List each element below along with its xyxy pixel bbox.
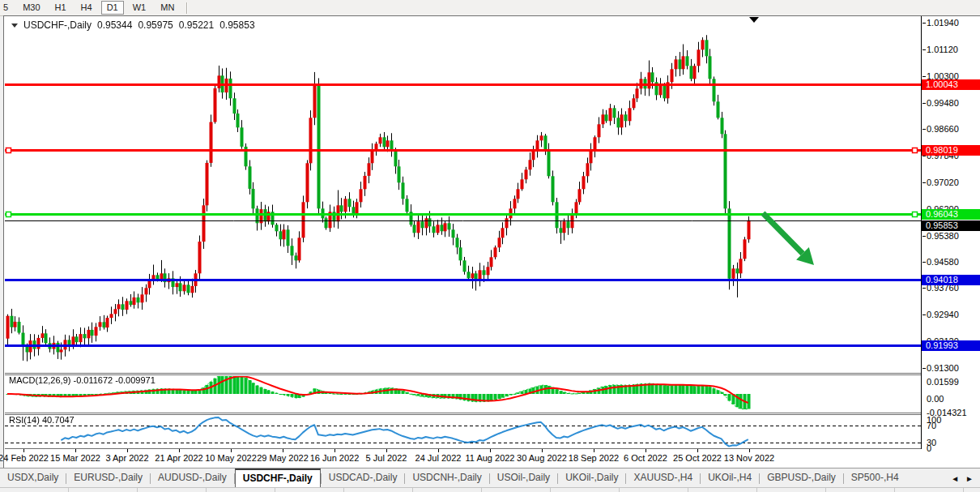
- price-axis-tick-mark: [922, 182, 926, 183]
- price-axis-tick-mark: [922, 129, 926, 130]
- price-axis-tick-label: 0.97020: [927, 178, 959, 187]
- price-axis-tick-mark: [922, 23, 926, 24]
- price-line-badge: 0.96043: [922, 209, 980, 220]
- price-axis-tick-mark: [922, 49, 926, 50]
- time-axis-tick-mark: [334, 449, 335, 452]
- chart-symbol-label: USDCHF-,Daily: [23, 19, 92, 31]
- ohlc-high: 0.95975: [138, 19, 173, 31]
- price-axis-tick-mark: [922, 103, 926, 104]
- toolbar-separator: [186, 2, 188, 14]
- time-axis-tick-mark: [490, 449, 491, 452]
- tab-ukoil-daily[interactable]: UKOil-,Daily: [558, 468, 625, 488]
- time-axis-label: 29 May 2022: [257, 453, 309, 463]
- tab-usdcad-daily[interactable]: USDCAD-,Daily: [322, 468, 405, 488]
- tab-gbpusd-daily[interactable]: GBPUSD-,Daily: [760, 468, 843, 488]
- mt4-window: 5 M30 H1 H4 D1 W1 MN USDCHF-,Daily 0.953…: [0, 0, 980, 492]
- time-axis-label: 18 Sep 2022: [569, 453, 619, 463]
- rsi-indicator-label: RSI(14) 40.7047: [9, 415, 75, 425]
- tab-usoil-daily[interactable]: USOil-,Daily: [490, 468, 557, 488]
- time-axis-label: 11 Aug 2022: [466, 453, 515, 463]
- ohlc-open: 0.95344: [97, 19, 132, 31]
- time-axis-label: 25 Oct 2022: [673, 453, 722, 463]
- time-axis-label: 16 Jun 2022: [310, 453, 360, 463]
- tab-scroll-buttons: ◄►: [944, 468, 980, 488]
- time-axis-tick-mark: [127, 449, 128, 452]
- time-axis-tick-mark: [749, 449, 750, 452]
- time-axis-tick-mark: [75, 449, 76, 452]
- chart-shift-marker[interactable]: [749, 17, 759, 23]
- price-line-badge: 1.00043: [922, 79, 980, 90]
- time-axis-label: 5 Jul 2022: [366, 453, 407, 463]
- price-axis-tick-label: 0.99480: [927, 98, 959, 108]
- price-axis-tick-mark: [922, 236, 926, 237]
- price-axis-tick-mark: [922, 262, 926, 263]
- rsi-axis-tick-label: 0: [927, 443, 931, 453]
- price-line-badge: 0.91993: [922, 340, 980, 351]
- price-axis-tick-label: 1.01940: [927, 18, 959, 28]
- tab-sp500-h4[interactable]: SP500-,H4: [844, 468, 906, 488]
- time-axis-label: 15 Mar 2022: [50, 453, 100, 463]
- time-axis-label: 13 Nov 2022: [724, 453, 774, 463]
- time-axis-label: 3 Apr 2022: [105, 453, 148, 463]
- price-line-badge: 0.94018: [922, 275, 980, 285]
- time-axis-tick-mark: [697, 449, 698, 452]
- price-axis-tick-label: 1.01120: [927, 45, 958, 54]
- time-axis-tick-mark: [542, 449, 543, 452]
- macd-indicator-label: MACD(12,26,9) -0.011672 -0.009971: [9, 375, 156, 385]
- timeframe-button-h4[interactable]: H4: [75, 1, 98, 15]
- timeframe-button-h1[interactable]: H1: [49, 1, 72, 15]
- price-axis-tick-label: 0.95380: [927, 231, 959, 241]
- ohlc-low: 0.95221: [179, 19, 214, 31]
- macd-axis-tick-label: 0.00: [927, 394, 944, 404]
- timeframe-button-m5[interactable]: 5: [2, 1, 14, 15]
- symbol-dropdown-icon[interactable]: [11, 24, 18, 28]
- status-strip: [0, 487, 980, 492]
- time-axis-tick-mark: [179, 449, 180, 452]
- rsi-axis-tick-label: 70: [927, 421, 936, 430]
- tab-eurusd-daily[interactable]: EURUSD-,Daily: [66, 468, 150, 488]
- ohlc-close: 0.95853: [219, 19, 254, 31]
- tab-scroll-left-icon[interactable]: ◄: [951, 474, 959, 483]
- tab-usdchf-daily[interactable]: USDCHF-,Daily: [235, 468, 321, 488]
- time-axis-tick-mark: [283, 449, 283, 452]
- price-line-badge: 0.98019: [922, 145, 980, 156]
- time-axis-tick-mark: [386, 449, 387, 452]
- time-axis-tick-mark: [438, 449, 439, 452]
- time-axis-label: 24 Feb 2022: [0, 453, 49, 463]
- price-axis-tick-mark: [922, 76, 926, 77]
- price-axis-tick-mark: [922, 156, 926, 156]
- current-price-badge: 0.95853: [922, 220, 980, 231]
- price-axis-tick-mark: [922, 368, 926, 369]
- timeframe-button-w1[interactable]: W1: [127, 1, 152, 15]
- time-axis-label: 24 Jul 2022: [415, 453, 462, 463]
- tab-usdx-daily[interactable]: USDX,Daily: [0, 468, 66, 488]
- tab-xauusd-h4[interactable]: XAUUSD-,H4: [626, 468, 700, 488]
- time-axis-label: 10 May 2022: [205, 453, 257, 463]
- macd-axis-tick-label: 0.01599: [927, 377, 959, 387]
- chart-title: USDCHF-,Daily 0.95344 0.95975 0.95221 0.…: [11, 19, 255, 31]
- time-axis-tick-mark: [646, 449, 646, 452]
- price-axis-tick-label: 0.94580: [927, 257, 959, 267]
- price-axis-tick-label: 0.92940: [927, 310, 959, 319]
- timeframe-button-m30[interactable]: M30: [17, 1, 45, 15]
- timeframe-toolbar: 5 M30 H1 H4 D1 W1 MN: [0, 0, 980, 16]
- tab-ukoil-h4[interactable]: UKOil-,H4: [701, 468, 759, 488]
- price-axis-tick-mark: [922, 288, 926, 289]
- price-axis-tick-label: 0.91300: [927, 363, 959, 373]
- price-axis-tick-label: 0.98660: [927, 124, 959, 134]
- chart-window: USDCHF-,Daily 0.95344 0.95975 0.95221 0.…: [3, 15, 980, 468]
- timeframe-button-mn[interactable]: MN: [155, 1, 180, 15]
- time-axis-tick-mark: [231, 449, 232, 452]
- chart-tabs-bar: USDX,DailyEURUSD-,DailyAUDUSD-,DailyUSDC…: [0, 468, 980, 488]
- timeframe-button-d1[interactable]: D1: [101, 1, 124, 15]
- time-axis-label: 30 Aug 2022: [517, 453, 567, 463]
- price-axis-tick-mark: [922, 314, 926, 315]
- time-axis-label: 6 Oct 2022: [624, 453, 667, 463]
- time-axis-tick-mark: [23, 449, 24, 452]
- tab-scroll-right-icon[interactable]: ►: [965, 474, 974, 483]
- tab-audusd-daily[interactable]: AUDUSD-,Daily: [151, 468, 234, 488]
- time-axis-tick-mark: [594, 449, 594, 452]
- time-axis-label: 21 Apr 2022: [155, 453, 202, 463]
- tab-usdcnh-daily[interactable]: USDCNH-,Daily: [405, 468, 488, 488]
